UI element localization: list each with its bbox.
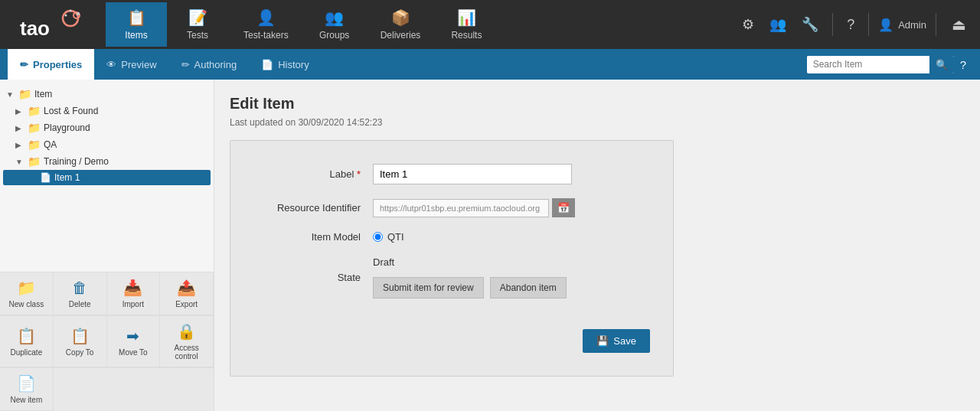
access-control-icon: 🔒 — [177, 322, 196, 341]
tree-item-playground[interactable]: ▶ 📁 Playground — [3, 119, 211, 136]
svg-text:tao: tao — [20, 17, 50, 40]
action-grid-row2: 📋 Duplicate 📋 Copy To ➡ Move To 🔒 Access… — [0, 315, 214, 367]
new-item-button[interactable]: 📄 New item — [0, 368, 54, 411]
logout-button[interactable]: ⏏ — [946, 12, 972, 37]
properties-icon: ✏ — [20, 59, 28, 70]
top-navigation: tao 📋 Items 📝 Tests 👤 Test-takers 👥 Grou… — [0, 0, 980, 49]
delete-label: Delete — [69, 300, 91, 308]
tools-button[interactable]: 🔧 — [797, 13, 823, 36]
access-control-button[interactable]: 🔒 Access control — [160, 316, 214, 367]
tab-properties-label: Properties — [33, 59, 82, 70]
expand-icon-root: ▼ — [6, 90, 15, 99]
tree-item-root[interactable]: ▼ 📁 Item — [3, 86, 211, 103]
resource-identifier-label: Resource Identifier — [253, 202, 361, 214]
history-icon: 📄 — [261, 59, 273, 70]
state-buttons: Submit item for review Abandon item — [373, 277, 567, 298]
expand-icon-lf: ▶ — [15, 107, 24, 116]
label-input[interactable] — [373, 164, 572, 184]
tab-preview[interactable]: 👁 Preview — [94, 49, 168, 80]
access-control-label: Access control — [163, 344, 210, 360]
state-row: State Draft Submit item for review Aband… — [253, 256, 650, 298]
save-label: Save — [613, 335, 636, 347]
submit-review-button[interactable]: Submit item for review — [373, 277, 484, 298]
import-label: Import — [122, 300, 144, 308]
item-model-label: Item Model — [253, 231, 361, 243]
new-item-label: New item — [11, 396, 43, 404]
folder-icon-qa: 📁 — [28, 139, 41, 151]
nav-item-tests[interactable]: 📝 Tests — [167, 2, 228, 47]
tree-item-training-demo[interactable]: ▼ 📁 Training / Demo — [3, 153, 211, 170]
sidebar: ▼ 📁 Item ▶ 📁 Lost & Found ▶ 📁 Playground… — [0, 80, 214, 411]
tree-label-qa: QA — [44, 139, 57, 150]
nav-divider — [832, 13, 833, 36]
new-class-button[interactable]: 📁 New class — [0, 272, 54, 315]
delete-button[interactable]: 🗑 Delete — [54, 272, 107, 315]
qti-label: QTI — [387, 231, 404, 243]
import-button[interactable]: 📥 Import — [107, 272, 161, 315]
nav-item-deliveries[interactable]: 📦 Deliveries — [365, 2, 436, 47]
nav-item-groups[interactable]: 👥 Groups — [304, 2, 365, 47]
state-label: State — [253, 272, 361, 283]
settings-button[interactable]: ⚙ — [737, 13, 759, 36]
action-grid-row3: 📄 New item — [0, 367, 214, 411]
tree-label-i1: Item 1 — [54, 172, 80, 183]
folder-icon-lf: 📁 — [28, 105, 41, 117]
tab-history[interactable]: 📄 History — [249, 49, 321, 80]
state-info: Draft Submit item for review Abandon ite… — [373, 256, 567, 298]
groups-icon: 👥 — [325, 8, 344, 27]
tree-label-root: Item — [34, 89, 52, 99]
save-row: 💾 Save — [253, 314, 650, 353]
duplicate-button[interactable]: 📋 Duplicate — [0, 316, 54, 367]
abandon-item-button[interactable]: Abandon item — [490, 277, 567, 298]
nav-right-area: ⚙ 👥 🔧 ? 👤 Admin ⏏ — [730, 12, 980, 37]
search-button[interactable]: 🔍 — [929, 56, 954, 73]
admin-label: Admin — [898, 19, 926, 31]
tab-preview-label: Preview — [121, 59, 156, 70]
item-model-radio-wrap: QTI — [373, 231, 404, 243]
import-icon: 📥 — [123, 279, 142, 297]
test-takers-icon: 👤 — [256, 8, 276, 27]
tree-item-qa[interactable]: ▶ 📁 QA — [3, 136, 211, 153]
save-icon: 💾 — [596, 335, 609, 347]
tab-authoring[interactable]: ✏ Authoring — [169, 49, 250, 80]
tree-label-td: Training / Demo — [44, 156, 109, 167]
expand-icon-qa: ▶ — [15, 141, 24, 149]
resource-identifier-input[interactable] — [373, 199, 549, 217]
page-title: Edit Item — [230, 95, 965, 113]
tree-item-item1[interactable]: ▶ 📄 Item 1 — [3, 170, 211, 185]
tab-authoring-label: Authoring — [194, 59, 237, 70]
help-button[interactable]: ? — [842, 14, 859, 36]
new-item-icon: 📄 — [17, 374, 36, 393]
qti-radio[interactable] — [373, 232, 383, 242]
nav-item-test-takers[interactable]: 👤 Test-takers — [228, 2, 304, 47]
logo[interactable]: tao — [0, 8, 106, 41]
nav-item-deliveries-label: Deliveries — [381, 30, 421, 41]
tree-item-lost-found[interactable]: ▶ 📁 Lost & Found — [3, 103, 211, 119]
copy-to-button[interactable]: 📋 Copy To — [54, 316, 107, 367]
sub-help-button[interactable]: ? — [954, 55, 972, 74]
calendar-button[interactable]: 📅 — [552, 198, 575, 217]
save-button[interactable]: 💾 Save — [583, 329, 650, 353]
move-to-label: Move To — [119, 348, 148, 357]
preview-icon: 👁 — [106, 59, 116, 70]
deliveries-icon: 📦 — [391, 8, 410, 27]
items-icon: 📋 — [127, 8, 146, 27]
sub-header: ✏ Properties 👁 Preview ✏ Authoring 📄 His… — [0, 49, 980, 80]
new-class-icon: 📁 — [17, 279, 36, 297]
tab-properties[interactable]: ✏ Properties — [8, 49, 94, 80]
users-button[interactable]: 👥 — [765, 13, 791, 36]
search-area: 🔍 — [807, 56, 954, 73]
admin-area[interactable]: 👤 Admin — [878, 18, 926, 32]
tree-label-pg: Playground — [44, 122, 90, 133]
nav-item-items[interactable]: 📋 Items — [106, 2, 167, 47]
folder-icon-root: 📁 — [18, 88, 31, 100]
resource-identifier-row: Resource Identifier 📅 — [253, 198, 650, 217]
nav-item-results[interactable]: 📊 Results — [436, 2, 497, 47]
item-icon-i1: 📄 — [40, 172, 51, 183]
form-panel: Label * Resource Identifier 📅 Item Model — [230, 140, 674, 377]
move-to-button[interactable]: ➡ Move To — [107, 316, 161, 367]
search-input[interactable] — [807, 56, 929, 73]
required-indicator: * — [357, 168, 361, 180]
export-button[interactable]: 📤 Export — [160, 272, 214, 315]
nav-divider-3 — [936, 13, 936, 36]
